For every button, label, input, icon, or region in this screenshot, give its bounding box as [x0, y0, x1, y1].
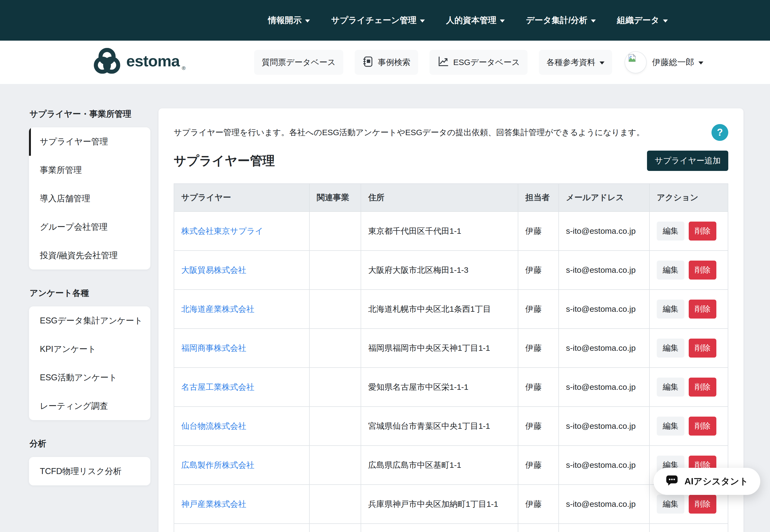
- actions-group: 編集 削除: [657, 495, 721, 514]
- sidebar-item-esg-activity-survey[interactable]: ESG活動アンケート: [29, 363, 150, 392]
- manager-cell: 伊藤: [518, 212, 559, 251]
- email-cell: s-ito@estoma.co.jp: [559, 446, 649, 485]
- address-cell: 京都府京都市下京区四条通1丁目: [361, 524, 518, 532]
- avatar[interactable]: [625, 52, 646, 73]
- sidebar-item-investment-company-management[interactable]: 投資/融資先会社管理: [29, 241, 150, 270]
- manager-cell: 伊藤: [518, 290, 559, 329]
- help-button[interactable]: ?: [711, 124, 728, 141]
- supplier-link[interactable]: 名古屋工業株式会社: [181, 382, 254, 391]
- reference-materials-dropdown[interactable]: 各種参考資料: [539, 50, 612, 75]
- supplier-cell: 京都テクノロジー株式会社: [174, 524, 309, 532]
- supplier-cell: 仙台物流株式会社: [174, 407, 309, 446]
- manager-cell: 伊藤: [518, 446, 559, 485]
- edit-button[interactable]: 編集: [657, 417, 684, 436]
- table-row: 仙台物流株式会社 宮城県仙台市青葉区中央1丁目1-1 伊藤 s-ito@esto…: [174, 407, 728, 446]
- edit-button[interactable]: 編集: [657, 378, 684, 397]
- email-cell: s-ito@estoma.co.jp: [559, 368, 649, 407]
- case-search-button[interactable]: 事例検索: [355, 50, 418, 75]
- table-header-row: サプライヤー 関連事業 住所 担当者 メールアドレス アクション: [174, 184, 728, 212]
- related-business-cell: [309, 485, 361, 524]
- supplier-link[interactable]: 大阪貿易株式会社: [181, 265, 246, 274]
- delete-button[interactable]: 削除: [689, 222, 716, 241]
- supplier-cell: 北海道産業株式会社: [174, 290, 309, 329]
- sidebar-item-esg-data-survey[interactable]: ESGデータ集計アンケート: [29, 306, 150, 335]
- delete-button[interactable]: 削除: [689, 417, 716, 436]
- related-business-cell: [309, 407, 361, 446]
- delete-button[interactable]: 削除: [689, 378, 716, 397]
- sidebar-item-rating-survey[interactable]: レーティング調査: [29, 392, 150, 420]
- actions-group: 編集 削除: [657, 339, 721, 358]
- sidebar-item-kpi-survey[interactable]: KPIアンケート: [29, 335, 150, 363]
- delete-button[interactable]: 削除: [689, 339, 716, 358]
- related-business-cell: [309, 368, 361, 407]
- graph-up-icon: [437, 56, 449, 69]
- address-cell: 東京都千代田区千代田1-1: [361, 212, 518, 251]
- supplier-link[interactable]: 株式会社東京サプライ: [181, 226, 263, 235]
- col-manager: 担当者: [518, 184, 559, 212]
- address-cell: 宮城県仙台市青葉区中央1丁目1-1: [361, 407, 518, 446]
- supplier-link[interactable]: 北海道産業株式会社: [181, 304, 254, 313]
- sidebar-item-supplier-management[interactable]: サプライヤー管理: [29, 127, 150, 156]
- nav-item-supply-chain[interactable]: サプライチェーン管理: [331, 15, 425, 26]
- esg-database-button[interactable]: ESGデータベース: [429, 50, 528, 75]
- top-navigation-bar: 情報開示 サプライチェーン管理 人的資本管理 データ集計/分析 組織データ: [0, 0, 770, 41]
- actions-group: 編集 削除: [657, 300, 721, 319]
- supplier-table-body: 株式会社東京サプライ 東京都千代田区千代田1-1 伊藤 s-ito@estoma…: [174, 212, 728, 532]
- sidebar-item-group-company-management[interactable]: グループ会社管理: [29, 213, 150, 241]
- delete-button[interactable]: 削除: [689, 300, 716, 319]
- supplier-table: サプライヤー 関連事業 住所 担当者 メールアドレス アクション 株式会社東京サ…: [174, 183, 728, 532]
- caret-down-icon: [698, 61, 703, 64]
- edit-button[interactable]: 編集: [657, 222, 684, 241]
- edit-button[interactable]: 編集: [657, 339, 684, 358]
- supplier-link[interactable]: 仙台物流株式会社: [181, 421, 246, 430]
- add-supplier-button[interactable]: サプライヤー追加: [647, 151, 728, 171]
- ai-assistant-button[interactable]: AIアシスタント: [653, 468, 760, 495]
- brand-logo[interactable]: estoma ®: [92, 47, 186, 78]
- email-cell: s-ito@estoma.co.jp: [559, 290, 649, 329]
- supplier-link[interactable]: 神戸産業株式会社: [181, 499, 246, 508]
- user-name-dropdown[interactable]: 伊藤総一郎: [652, 57, 703, 68]
- actions-cell: 編集 削除: [649, 290, 728, 329]
- supplier-link[interactable]: 広島製作所株式会社: [181, 460, 254, 469]
- user-name-label: 伊藤総一郎: [652, 57, 694, 68]
- nav-item-human-capital[interactable]: 人的資本管理: [446, 15, 505, 26]
- actions-cell: 編集 削除: [649, 368, 728, 407]
- sidebar-item-office-management[interactable]: 事業所管理: [29, 156, 150, 184]
- questionnaire-database-button[interactable]: 質問票データベース: [254, 50, 343, 75]
- caret-down-icon: [591, 20, 596, 22]
- nav-item-label: 組織データ: [617, 15, 659, 26]
- nav-item-label: 人的資本管理: [446, 15, 496, 26]
- edit-button[interactable]: 編集: [657, 495, 684, 514]
- nav-item-org-data[interactable]: 組織データ: [617, 15, 668, 26]
- sidebar: サプライヤー・事業所管理 サプライヤー管理 事業所管理 導入店舗管理 グループ会…: [29, 108, 150, 503]
- brand-name: estoma: [126, 47, 180, 75]
- delete-button[interactable]: 削除: [689, 261, 716, 280]
- supplier-table-wrap: サプライヤー 関連事業 住所 担当者 メールアドレス アクション 株式会社東京サ…: [174, 183, 728, 532]
- sidebar-section-heading: サプライヤー・事業所管理: [30, 108, 150, 120]
- nav-item-data-analysis[interactable]: データ集計/分析: [526, 15, 596, 26]
- title-row: サプライヤー管理 サプライヤー追加: [174, 151, 728, 171]
- supplier-cell: 大阪貿易株式会社: [174, 251, 309, 290]
- sidebar-item-store-management[interactable]: 導入店舗管理: [29, 184, 150, 213]
- edit-button[interactable]: 編集: [657, 261, 684, 280]
- caret-down-icon: [305, 20, 310, 22]
- supplier-cell: 名古屋工業株式会社: [174, 368, 309, 407]
- actions-group: 編集 削除: [657, 222, 721, 241]
- supplier-link[interactable]: 福岡商事株式会社: [181, 343, 246, 352]
- table-row: 北海道産業株式会社 北海道札幌市中央区北1条西1丁目 伊藤 s-ito@esto…: [174, 290, 728, 329]
- delete-button[interactable]: 削除: [689, 495, 716, 514]
- sidebar-item-tcfd-risk-analysis[interactable]: TCFD物理リスク分析: [29, 457, 150, 485]
- col-email: メールアドレス: [559, 184, 649, 212]
- email-cell: s-ito@estoma.co.jp: [559, 524, 649, 532]
- supplier-cell: 神戸産業株式会社: [174, 485, 309, 524]
- related-business-cell: [309, 251, 361, 290]
- table-row: 神戸産業株式会社 兵庫県神戸市中央区加納町1丁目1-1 伊藤 s-ito@est…: [174, 485, 728, 524]
- caret-down-icon: [500, 20, 505, 22]
- address-cell: 福岡県福岡市中央区天神1丁目1-1: [361, 329, 518, 368]
- nav-item-disclosure[interactable]: 情報開示: [268, 15, 310, 26]
- actions-cell: 編集 削除: [649, 329, 728, 368]
- sidebar-card-surveys: ESGデータ集計アンケート KPIアンケート ESG活動アンケート レーティング…: [29, 306, 150, 420]
- edit-button[interactable]: 編集: [657, 300, 684, 319]
- address-cell: 北海道札幌市中央区北1条西1丁目: [361, 290, 518, 329]
- table-row: 福岡商事株式会社 福岡県福岡市中央区天神1丁目1-1 伊藤 s-ito@esto…: [174, 329, 728, 368]
